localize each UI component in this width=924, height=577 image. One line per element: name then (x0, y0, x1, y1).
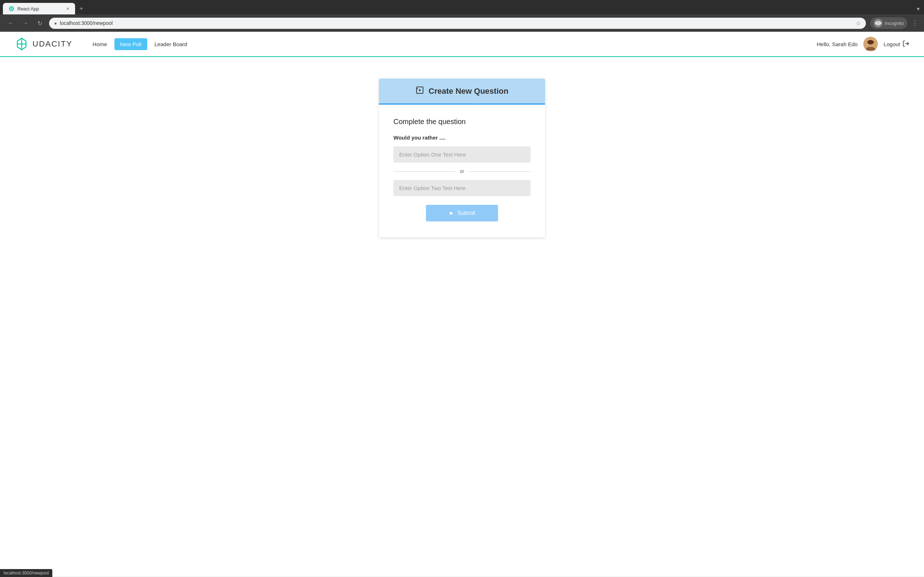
lock-icon: ● (54, 21, 57, 26)
nav-links: Home New Poll Leader Board (87, 38, 193, 50)
create-question-card: Create New Question Complete the questio… (379, 79, 545, 237)
tab-bar: U React App × + ▾ (0, 0, 924, 15)
bookmark-icon[interactable]: ☆ (856, 20, 861, 27)
option-one-input[interactable] (393, 147, 531, 163)
forward-button[interactable]: → (20, 18, 30, 28)
status-url: localhost:3000/newpool (3, 571, 49, 575)
or-text: or (460, 168, 464, 174)
logout-icon (902, 40, 909, 48)
nav-right: Hello, Sarah Edo Logout (817, 37, 909, 51)
reload-button[interactable]: ↻ (35, 18, 45, 28)
incognito-badge: Incognito (870, 17, 908, 29)
app: UDACITY Home New Poll Leader Board Hello… (0, 32, 924, 576)
submit-button[interactable]: ► Submit (426, 205, 498, 221)
or-line-left (393, 171, 456, 172)
url-text: localhost:3000/newpool (60, 20, 853, 26)
logout-label: Logout (884, 41, 900, 47)
tab-title: React App (17, 6, 63, 11)
incognito-text: Incognito (885, 21, 904, 26)
main-content: Create New Question Complete the questio… (0, 57, 924, 273)
form-title: Complete the question (393, 118, 531, 126)
or-divider: or (393, 168, 531, 174)
logo-text: UDACITY (32, 39, 73, 49)
form-subtitle: Would you rather .... (393, 134, 531, 141)
card-body: Complete the question Would you rather .… (379, 105, 545, 237)
tab-dropdown-icon[interactable]: ▾ (915, 4, 921, 14)
active-tab[interactable]: U React App × (3, 3, 75, 15)
address-bar: ← → ↻ ● localhost:3000/newpool ☆ Incogni… (0, 15, 924, 32)
address-right-controls: Incognito ⋮ (870, 17, 918, 29)
tab-controls: ▾ (915, 4, 921, 14)
status-bar: localhost:3000/newpool (0, 569, 52, 576)
option-two-input[interactable] (393, 180, 531, 196)
new-poll-nav-link[interactable]: New Poll (115, 38, 147, 50)
or-line-right (468, 171, 531, 172)
tab-close-button[interactable]: × (66, 6, 69, 11)
card-header-title: Create New Question (428, 87, 508, 96)
new-tab-button[interactable]: + (76, 3, 86, 14)
logout-button[interactable]: Logout (884, 40, 909, 48)
submit-icon: ► (449, 210, 454, 216)
browser-menu-button[interactable]: ⋮ (912, 19, 918, 27)
browser-chrome: U React App × + ▾ ← → ↻ ● localhost:3000… (0, 0, 924, 32)
navbar: UDACITY Home New Poll Leader Board Hello… (0, 32, 924, 57)
logo-icon (15, 37, 29, 51)
back-button[interactable]: ← (6, 18, 16, 28)
submit-label: Submit (457, 210, 475, 216)
logo: UDACITY (15, 37, 73, 51)
card-header-icon (415, 86, 424, 96)
home-nav-link[interactable]: Home (87, 38, 113, 50)
user-avatar (863, 37, 878, 51)
incognito-icon (874, 19, 882, 27)
tab-favicon: U (9, 6, 15, 11)
svg-text:U: U (10, 7, 13, 11)
user-greeting: Hello, Sarah Edo (817, 41, 858, 47)
url-bar[interactable]: ● localhost:3000/newpool ☆ (49, 18, 866, 29)
leader-board-nav-link[interactable]: Leader Board (149, 38, 193, 50)
card-header: Create New Question (379, 79, 545, 105)
